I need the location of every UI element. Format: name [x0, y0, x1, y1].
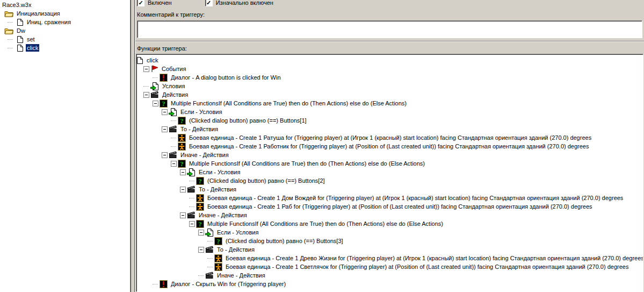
tree-indent-slot: [8, 39, 17, 40]
tree-indent-slot: [189, 206, 196, 207]
tree-item[interactable]: Диалог - Скрыть Win for (Triggering play…: [136, 280, 643, 288]
unit-icon: [214, 254, 222, 262]
tree-item[interactable]: ?(Clicked dialog button) равно (==) Butt…: [136, 237, 643, 245]
tree-item[interactable]: Боевая единица - Create 1 Раб for (Trigg…: [136, 202, 643, 211]
tree-item[interactable]: Боевая единица - Create 1 Светлячок for …: [136, 262, 643, 271]
svg-text:?: ?: [162, 99, 165, 108]
tree-item[interactable]: Если - Условия: [136, 228, 643, 237]
actions-icon: [205, 272, 214, 279]
collapse-expander-icon[interactable]: [143, 66, 149, 72]
tree-indent-slot: [153, 284, 160, 284]
tree-indent-slot: [207, 258, 214, 259]
tree-item[interactable]: click: [0, 44, 130, 52]
collapse-expander-icon[interactable]: [180, 187, 186, 193]
tree-item[interactable]: ?Multiple FunctionsIf (All Conditions ar…: [136, 219, 643, 228]
tree-indent-slot: [8, 22, 17, 23]
section-divider: [135, 41, 644, 42]
tree-connector-line: [8, 22, 13, 23]
tree-item[interactable]: ?(Clicked dialog button) равно (==) Butt…: [136, 116, 643, 125]
tree-item[interactable]: click: [136, 56, 643, 65]
tree-item-label: Race3.w3x: [1, 1, 32, 9]
tree-indent-slot: [198, 230, 205, 236]
tree-item[interactable]: Боевая единица - Create 1 Работник for (…: [136, 142, 643, 151]
tree-item[interactable]: Если - Условия: [136, 108, 643, 116]
collapse-expander-icon[interactable]: [162, 126, 168, 132]
tree-item[interactable]: События: [136, 65, 643, 73]
tree-item[interactable]: Боевая единица - Create 1 Дом Вождей for…: [136, 194, 643, 202]
tree-item[interactable]: ?Multiple FunctionsIf (All Conditions ar…: [136, 159, 643, 168]
tree-indent-slot: [189, 198, 196, 198]
tree-item[interactable]: Если - Условия: [136, 168, 643, 176]
tree-item[interactable]: set: [0, 35, 130, 44]
tree-item-label: click: [146, 56, 159, 64]
tree-item-label: Иначе - Действия: [198, 211, 248, 219]
tree-indent-slot: [180, 169, 187, 175]
tree-item-label: Если - Условия: [216, 229, 259, 236]
tree-item[interactable]: Диалог - A dialog button is clicked for …: [136, 73, 643, 82]
tree-connector-line: [171, 120, 176, 121]
tree-item-label: (Clicked dialog button) равно (==) Butto…: [206, 177, 326, 184]
tree-indent-slot: [8, 48, 17, 48]
page-icon: [17, 18, 24, 26]
tree-item-label: Иначе - Действия: [216, 272, 266, 279]
svg-text:?: ?: [216, 237, 220, 245]
collapse-expander-icon[interactable]: [180, 212, 186, 218]
actions-icon: [187, 186, 196, 193]
trigger-options-section: ✓ Включен ✓ Изначально включен Комментар…: [135, 0, 644, 38]
tree-item[interactable]: Боевая единица - Create 1 Ратуша for (Tr…: [136, 133, 643, 142]
collapse-expander-icon[interactable]: [180, 169, 186, 175]
tree-connector-line: [171, 138, 176, 138]
collapse-expander-icon[interactable]: [198, 247, 204, 253]
enabled-checkbox-group[interactable]: ✓ Включен: [137, 0, 172, 6]
tree-item[interactable]: То - Действия: [136, 245, 643, 254]
tree-item-label: Боевая единица - Create 1 Дом Вождей for…: [206, 194, 624, 202]
tree-item[interactable]: Действия: [136, 90, 643, 99]
initially-on-checkbox-group[interactable]: ✓ Изначально включен: [205, 0, 273, 6]
tree-item[interactable]: ?Multiple FunctionsIf (All Conditions ar…: [136, 99, 643, 108]
tree-indent-slot: [207, 267, 214, 267]
tree-indent-slot: [189, 181, 196, 181]
tree-item-label: Если - Условия: [198, 168, 241, 176]
tree-item[interactable]: Иниц. сражения: [0, 18, 130, 26]
question-icon: ?: [196, 220, 204, 228]
trigger-list-tree: Race3.w3xИнициализацияИниц. сраженияDwse…: [0, 1, 130, 52]
tree-item[interactable]: Иначе - Действия: [136, 151, 643, 159]
collapse-expander-icon[interactable]: [171, 161, 177, 167]
tree-connector-line: [8, 39, 13, 40]
collapse-expander-icon[interactable]: [162, 109, 168, 115]
initially-on-checkbox[interactable]: ✓: [205, 0, 213, 6]
tree-indent-slot: [143, 66, 150, 72]
tree-item[interactable]: Dw: [0, 26, 130, 35]
trigger-detail-panel: ✓ Включен ✓ Изначально включен Комментар…: [135, 0, 644, 292]
page-icon: [17, 35, 24, 44]
tree-indent-slot: [153, 101, 160, 106]
unit-icon: [178, 143, 186, 151]
trigger-comment-label: Комментарий к триггеру:: [137, 11, 642, 18]
collapse-expander-icon[interactable]: [198, 230, 204, 236]
collapse-expander-icon[interactable]: [153, 101, 158, 106]
tree-item[interactable]: Иначе - Действия: [136, 211, 643, 219]
tree-item[interactable]: ?(Clicked dialog button) равно (==) Butt…: [136, 176, 643, 185]
tree-indent-slot: [171, 161, 178, 167]
pane-splitter[interactable]: [131, 0, 135, 292]
collapse-expander-icon[interactable]: [189, 221, 195, 227]
tree-item[interactable]: Race3.w3x: [0, 1, 130, 9]
dialog-icon: [160, 74, 168, 82]
tree-connector-line: [143, 86, 149, 87]
tree-connector-line: [153, 77, 158, 78]
tree-item[interactable]: Боевая единица - Create 1 Древо Жизни fo…: [136, 254, 643, 262]
collapse-expander-icon[interactable]: [143, 92, 149, 98]
tree-item[interactable]: То - Действия: [136, 185, 643, 194]
trigger-comment-input[interactable]: [137, 20, 642, 38]
tree-item[interactable]: Иначе - Действия: [136, 271, 643, 280]
enabled-checkbox[interactable]: ✓: [137, 0, 144, 6]
tree-indent-slot: [153, 77, 160, 78]
tree-item-label: Dw: [16, 27, 26, 34]
tree-item[interactable]: Инициализация: [0, 9, 130, 18]
tree-connector-line: [153, 284, 158, 284]
tree-item[interactable]: Условия: [136, 82, 643, 90]
tree-item[interactable]: То - Действия: [136, 125, 643, 133]
conditions-icon: [169, 108, 177, 116]
question-icon: ?: [214, 237, 222, 245]
collapse-expander-icon[interactable]: [162, 152, 168, 158]
